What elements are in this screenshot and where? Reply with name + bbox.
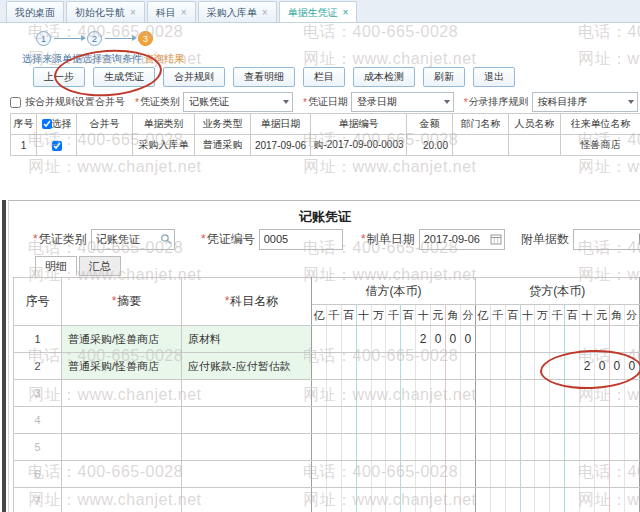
merge-rule-button[interactable]: 合并规则 xyxy=(163,67,225,87)
cell-summary[interactable] xyxy=(62,380,182,407)
cell-debit-digit-4[interactable] xyxy=(371,461,386,488)
cell-summary[interactable]: 普通采购/怪兽商店 xyxy=(62,353,182,380)
select-all-checkbox[interactable] xyxy=(42,119,52,129)
view-detail-button[interactable]: 查看明细 xyxy=(233,67,295,87)
cell-credit-digit-8[interactable] xyxy=(595,434,610,461)
cell-debit-digit-4[interactable] xyxy=(371,488,386,512)
cell-debit-digit-5[interactable] xyxy=(386,380,401,407)
cell-credit-digit-9[interactable]: 0 xyxy=(609,353,624,380)
cell-debit-digit-4[interactable] xyxy=(371,407,386,434)
cell-credit-digit-7[interactable] xyxy=(580,380,595,407)
exit-button[interactable]: 退出 xyxy=(473,67,515,87)
cell-credit-digit-5[interactable] xyxy=(550,353,565,380)
cell-debit-digit-7[interactable] xyxy=(416,353,431,380)
cell-credit-digit-4[interactable] xyxy=(535,380,550,407)
generate-voucher-button[interactable]: 生成凭证 xyxy=(93,67,155,87)
cell-debit-digit-3[interactable] xyxy=(356,434,371,461)
voucher-no-input[interactable]: 0005 xyxy=(259,229,343,250)
close-icon[interactable]: × xyxy=(130,3,136,22)
cell-credit-digit-7[interactable] xyxy=(580,434,595,461)
cell-debit-digit-1[interactable] xyxy=(326,488,341,512)
cell-debit-digit-3[interactable] xyxy=(356,326,371,353)
cell-credit-digit-2[interactable] xyxy=(505,380,520,407)
cell-debit-digit-2[interactable] xyxy=(341,380,356,407)
cell-debit-digit-8[interactable] xyxy=(431,434,446,461)
cell-credit-digit-4[interactable] xyxy=(535,434,550,461)
cell-debit-digit-8[interactable] xyxy=(431,380,446,407)
cell-debit-digit-5[interactable] xyxy=(386,461,401,488)
cell-debit-digit-0[interactable] xyxy=(312,326,327,353)
cell-summary[interactable] xyxy=(62,461,182,488)
close-icon[interactable]: × xyxy=(262,3,268,22)
cell-debit-digit-2[interactable] xyxy=(341,461,356,488)
cell-debit-digit-7[interactable] xyxy=(416,488,431,512)
cell-summary[interactable] xyxy=(62,434,182,461)
cell-credit-digit-6[interactable] xyxy=(565,380,580,407)
cell-credit-digit-0[interactable] xyxy=(475,380,490,407)
cell-debit-digit-1[interactable] xyxy=(326,380,341,407)
cell-debit-digit-3[interactable] xyxy=(356,407,371,434)
cell-credit-digit-8[interactable] xyxy=(595,407,610,434)
cell-credit-digit-10[interactable] xyxy=(624,326,639,353)
cell-credit-digit-2[interactable] xyxy=(505,434,520,461)
cell-account[interactable] xyxy=(182,488,312,512)
cell-credit-digit-9[interactable] xyxy=(609,461,624,488)
cell-credit-digit-10[interactable]: 0 xyxy=(624,353,639,380)
cell-debit-digit-2[interactable] xyxy=(341,353,356,380)
cost-check-button[interactable]: 成本检测 xyxy=(353,67,415,87)
cell-credit-digit-2[interactable] xyxy=(505,407,520,434)
cell-debit-digit-0[interactable] xyxy=(312,353,327,380)
cell-credit-digit-7[interactable] xyxy=(580,488,595,512)
voucher-type-input[interactable]: 记账凭证 xyxy=(91,229,175,250)
cell-debit-digit-10[interactable] xyxy=(460,461,475,488)
cell-debit-digit-7[interactable] xyxy=(416,407,431,434)
cell-credit-digit-10[interactable] xyxy=(624,380,639,407)
cell-summary[interactable] xyxy=(62,407,182,434)
cell-debit-digit-0[interactable] xyxy=(312,434,327,461)
cell-debit-digit-1[interactable] xyxy=(326,461,341,488)
cell-debit-digit-8[interactable] xyxy=(431,407,446,434)
cell-debit-digit-8[interactable] xyxy=(431,488,446,512)
cell-account[interactable] xyxy=(182,407,312,434)
cell-debit-digit-10[interactable] xyxy=(460,380,475,407)
cell-debit-digit-3[interactable] xyxy=(356,353,371,380)
cell-credit-digit-0[interactable] xyxy=(475,353,490,380)
cell-credit-digit-10[interactable] xyxy=(624,461,639,488)
cell-debit-digit-9[interactable] xyxy=(446,353,461,380)
cell-credit-digit-3[interactable] xyxy=(520,488,535,512)
cell-account[interactable] xyxy=(182,434,312,461)
cell-credit-digit-10[interactable] xyxy=(624,488,639,512)
cell-credit-digit-8[interactable] xyxy=(595,488,610,512)
cell-credit-digit-6[interactable] xyxy=(565,488,580,512)
cell-credit-digit-1[interactable] xyxy=(490,353,505,380)
cell-credit-digit-1[interactable] xyxy=(490,461,505,488)
cell-credit-digit-2[interactable] xyxy=(505,461,520,488)
cell-debit-digit-5[interactable] xyxy=(386,353,401,380)
cell-credit-digit-7[interactable] xyxy=(580,326,595,353)
cell-credit-digit-2[interactable] xyxy=(505,488,520,512)
cell-debit-digit-1[interactable] xyxy=(326,353,341,380)
merge-rule-checkbox[interactable] xyxy=(10,97,21,108)
cell-credit-digit-8[interactable] xyxy=(595,326,610,353)
cell-debit-digit-9[interactable] xyxy=(446,407,461,434)
cell-credit-digit-7[interactable] xyxy=(580,407,595,434)
cell-credit-digit-0[interactable] xyxy=(475,326,490,353)
cell-credit-digit-1[interactable] xyxy=(490,380,505,407)
cell-credit-digit-0[interactable] xyxy=(475,488,490,512)
cell-credit-digit-2[interactable] xyxy=(505,326,520,353)
tab-detail[interactable]: 明细 xyxy=(35,256,77,276)
cell-debit-digit-6[interactable] xyxy=(401,326,416,353)
cell-debit-digit-10[interactable]: 0 xyxy=(460,326,475,353)
cell-credit-digit-7[interactable] xyxy=(580,461,595,488)
cell-credit-digit-3[interactable] xyxy=(520,326,535,353)
cell-account[interactable]: 应付账款-应付暂估款 xyxy=(182,353,312,380)
cell-credit-digit-4[interactable] xyxy=(535,326,550,353)
magnifier-icon[interactable] xyxy=(160,233,172,245)
columns-button[interactable]: 栏目 xyxy=(303,67,345,87)
cell-debit-digit-4[interactable] xyxy=(371,434,386,461)
close-icon[interactable]: × xyxy=(343,3,349,22)
cell-debit-digit-9[interactable]: 0 xyxy=(446,326,461,353)
voucher-date-select[interactable]: 登录日期 xyxy=(351,92,454,112)
cell-credit-digit-3[interactable] xyxy=(520,353,535,380)
cell-credit-digit-4[interactable] xyxy=(535,353,550,380)
